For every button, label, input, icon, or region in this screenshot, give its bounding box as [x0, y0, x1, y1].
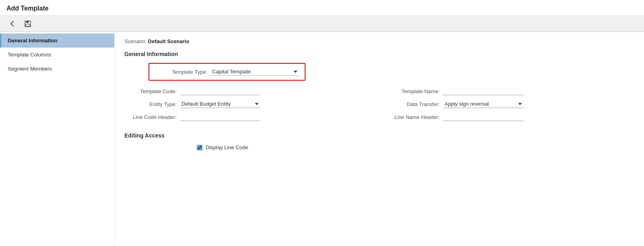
- line-code-header-label: Line Code Header:: [124, 114, 177, 120]
- template-code-input[interactable]: [180, 87, 260, 95]
- scenario-line: Scenario: Default Scenario: [124, 38, 634, 44]
- editing-access-title: Editing Access: [124, 132, 634, 139]
- data-transfer-select[interactable]: Apply sign reversal No sign reversal: [443, 100, 524, 108]
- sidebar: General Information Template Columns Seg…: [0, 32, 115, 245]
- page-title: Add Template: [6, 5, 638, 12]
- display-line-code-row: Display Line Code: [197, 144, 634, 150]
- data-transfer-label: Data Transfer:: [388, 101, 440, 107]
- line-name-header-row: Line Name Header:: [388, 113, 635, 121]
- template-name-label: Template Name:: [388, 88, 440, 94]
- editing-access-section: Editing Access Display Line Code: [124, 132, 634, 150]
- entity-type-label: Entity Type:: [124, 101, 177, 107]
- title-bar: Add Template: [0, 0, 644, 16]
- general-information-section: General Information Template Type: Capit…: [124, 51, 634, 121]
- sidebar-item-segment-members[interactable]: Segment Members: [0, 62, 114, 76]
- template-type-box: Template Type: Capital Template Operatin…: [149, 63, 305, 81]
- template-code-row: Template Code:: [124, 87, 372, 95]
- back-button[interactable]: [6, 19, 19, 29]
- save-button[interactable]: [22, 19, 34, 29]
- data-transfer-row: Data Transfer: Apply sign reversal No si…: [388, 100, 635, 108]
- form-grid: Template Code: Template Name: Entity Typ…: [124, 87, 634, 121]
- template-type-label: Template Type:: [155, 69, 207, 75]
- template-code-label: Template Code:: [124, 88, 177, 94]
- toolbar: [0, 16, 644, 32]
- display-line-code-label: Display Line Code: [206, 144, 248, 150]
- line-name-header-input[interactable]: [443, 113, 524, 121]
- sidebar-item-general-information[interactable]: General Information: [0, 33, 114, 48]
- content-area: Scenario: Default Scenario General Infor…: [115, 32, 644, 245]
- sidebar-item-template-columns[interactable]: Template Columns: [0, 48, 114, 62]
- line-code-header-input[interactable]: [180, 113, 260, 121]
- template-name-row: Template Name:: [388, 87, 635, 95]
- svg-rect-2: [26, 24, 30, 26]
- entity-type-select[interactable]: Default Budget Entity Custom Entity: [180, 100, 260, 108]
- template-name-input[interactable]: [443, 87, 524, 95]
- main-layout: General Information Template Columns Seg…: [0, 32, 644, 245]
- template-type-select[interactable]: Capital Template Operating Template Reve…: [211, 68, 299, 76]
- svg-rect-1: [26, 21, 29, 23]
- display-line-code-checkbox[interactable]: [197, 145, 202, 150]
- general-info-title: General Information: [124, 51, 634, 57]
- line-name-header-label: Line Name Header:: [388, 114, 440, 120]
- entity-type-row: Entity Type: Default Budget Entity Custo…: [124, 100, 372, 108]
- line-code-header-row: Line Code Header:: [124, 113, 372, 121]
